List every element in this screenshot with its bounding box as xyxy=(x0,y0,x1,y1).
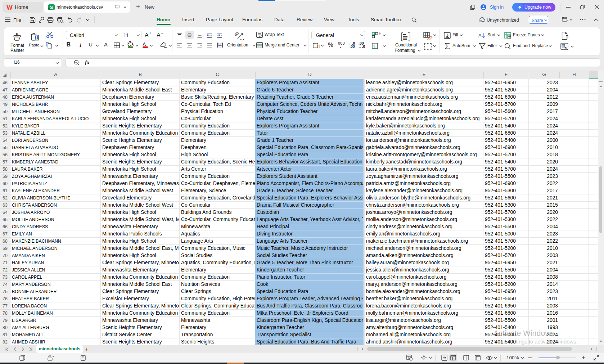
svg-text:ab: ab xyxy=(234,31,240,37)
svg-text:VB: VB xyxy=(48,355,51,358)
svg-text:A: A xyxy=(478,33,482,38)
svg-text:L: L xyxy=(21,357,22,360)
